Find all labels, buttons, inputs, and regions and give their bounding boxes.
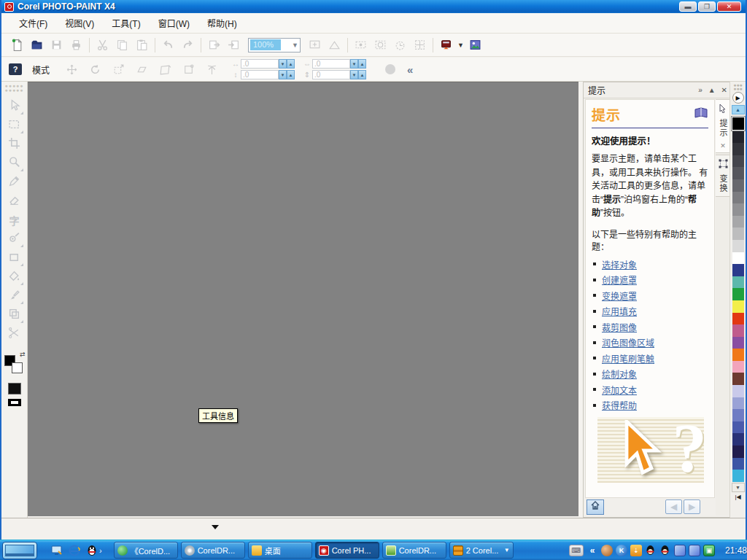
- text-tool[interactable]: 字: [4, 211, 25, 230]
- docker-float-icon[interactable]: »: [698, 86, 703, 94]
- taskbar-button[interactable]: ◉Corel PH...: [315, 542, 379, 559]
- tab-close-icon[interactable]: ✕: [720, 142, 726, 149]
- color-swatch[interactable]: [732, 240, 744, 252]
- zoom-tool[interactable]: [4, 154, 25, 173]
- eraser-tool[interactable]: [4, 192, 25, 211]
- x-spin-down[interactable]: ▼: [279, 59, 287, 69]
- color-swatch[interactable]: [732, 192, 744, 204]
- network-status-2-icon[interactable]: [689, 545, 700, 556]
- show-desktop-icon[interactable]: [50, 544, 63, 556]
- palette-scroll-up[interactable]: ▲: [732, 105, 745, 114]
- tab-hints[interactable]: 提示 ✕: [716, 99, 731, 153]
- new-button[interactable]: [7, 36, 27, 54]
- statusbar-popup-arrow[interactable]: [212, 525, 219, 529]
- hint-topic-link[interactable]: 变换遮罩: [602, 289, 637, 302]
- mask-tool[interactable]: [4, 116, 25, 135]
- palette-flyout-button[interactable]: ▶: [732, 92, 744, 104]
- hint-topic-link[interactable]: 应用笔刷笔触: [602, 352, 654, 365]
- taskbar-button[interactable]: CorelDR...: [382, 542, 446, 559]
- paint-tool[interactable]: [4, 287, 25, 306]
- color-swatch[interactable]: [732, 167, 744, 179]
- mask-border-button[interactable]: [371, 36, 390, 54]
- apply-button[interactable]: [385, 64, 395, 74]
- mask-overlay-button[interactable]: [325, 36, 344, 54]
- touchup-tool[interactable]: [4, 230, 25, 249]
- color-swatch[interactable]: [732, 337, 744, 349]
- effect-tool[interactable]: [4, 306, 25, 324]
- color-swatch[interactable]: [732, 470, 744, 482]
- combo-dropdown-icon[interactable]: ▼: [292, 42, 298, 49]
- kugoo-music-icon[interactable]: K: [616, 545, 627, 556]
- undo-button[interactable]: [158, 36, 178, 54]
- help-book-icon[interactable]: [694, 107, 708, 122]
- downloader-icon[interactable]: ⇣: [630, 545, 642, 556]
- swap-colors-icon[interactable]: ⇄: [20, 351, 26, 358]
- scale-button[interactable]: [107, 61, 130, 78]
- shape-tool[interactable]: [4, 249, 25, 268]
- height-field[interactable]: .0: [312, 70, 350, 79]
- duplicate-button[interactable]: [390, 36, 410, 54]
- color-swatch[interactable]: [732, 155, 744, 168]
- palette-grip[interactable]: ●●●●●●: [733, 83, 743, 90]
- copy-button[interactable]: [112, 36, 132, 54]
- taskbar-clock[interactable]: 21:48: [725, 545, 747, 556]
- menu-view[interactable]: 视图(V): [56, 14, 103, 32]
- paste-button[interactable]: [132, 36, 152, 54]
- hint-topic-link[interactable]: 创建遮罩: [602, 273, 637, 286]
- back-button[interactable]: ◀: [665, 499, 682, 514]
- qq-contact-1-icon[interactable]: [645, 545, 657, 556]
- background-color-swatch[interactable]: [12, 362, 23, 373]
- y-position-field[interactable]: .0: [241, 70, 279, 79]
- pick-tool[interactable]: [4, 97, 25, 116]
- home-button[interactable]: [587, 499, 604, 515]
- color-swatch[interactable]: [732, 324, 744, 337]
- crop-tool[interactable]: [4, 135, 25, 154]
- forward-button[interactable]: ▶: [684, 499, 700, 514]
- w-spin-down[interactable]: ▼: [350, 59, 358, 69]
- hint-topic-link[interactable]: 添加文本: [602, 384, 637, 396]
- fill-color-swatch[interactable]: [8, 383, 21, 394]
- welcome-screen-button[interactable]: [465, 36, 485, 54]
- hint-topic-link[interactable]: 获得帮助: [602, 399, 637, 411]
- color-swatch[interactable]: [732, 143, 744, 155]
- menu-window[interactable]: 窗口(W): [150, 14, 198, 32]
- cutout-tool[interactable]: [4, 324, 25, 343]
- qq-contact-2-icon[interactable]: [659, 545, 671, 556]
- h-spin-up[interactable]: ▲: [358, 70, 366, 79]
- x-position-field[interactable]: .0: [241, 59, 279, 69]
- x-spin-up[interactable]: ▲: [287, 59, 295, 69]
- h-spin-down[interactable]: ▼: [350, 70, 358, 79]
- redo-button[interactable]: [178, 36, 198, 54]
- hint-topic-link[interactable]: 应用填充: [602, 305, 637, 317]
- save-button[interactable]: [47, 36, 66, 54]
- collapse-chevron-icon[interactable]: «: [587, 545, 598, 556]
- color-swatch[interactable]: [732, 179, 744, 192]
- taskbar-button[interactable]: 桌面: [248, 542, 312, 559]
- color-swatch[interactable]: [732, 216, 744, 228]
- anchor-point-button[interactable]: [200, 61, 223, 78]
- color-swatch[interactable]: [732, 458, 744, 470]
- print-button[interactable]: [66, 36, 86, 54]
- rotate-button[interactable]: [83, 61, 107, 78]
- docker-close-icon[interactable]: ✕: [721, 86, 727, 94]
- export-button[interactable]: [224, 36, 244, 54]
- menu-file[interactable]: 文件(F): [10, 14, 56, 32]
- close-button[interactable]: ✕: [717, 1, 741, 12]
- position-button[interactable]: [60, 61, 83, 78]
- network-status-1-icon[interactable]: [674, 545, 686, 556]
- group-dropdown-icon[interactable]: ▼: [504, 547, 510, 553]
- color-swatch[interactable]: [732, 421, 744, 434]
- width-field[interactable]: .0: [312, 59, 350, 69]
- color-swatch[interactable]: [732, 288, 744, 300]
- skew-button[interactable]: [130, 61, 153, 78]
- hint-topic-link[interactable]: 润色图像区域: [602, 336, 654, 349]
- color-swatch[interactable]: [732, 349, 744, 361]
- color-swatch[interactable]: [732, 446, 744, 458]
- keyboard-indicator-icon[interactable]: ⌨: [569, 545, 584, 556]
- hint-topic-link[interactable]: 裁剪图像: [602, 321, 637, 333]
- hint-topic-link[interactable]: 选择对象: [602, 258, 637, 271]
- color-swatch[interactable]: [732, 373, 744, 385]
- qq-messenger-icon[interactable]: [85, 544, 98, 556]
- restore-button[interactable]: ❐: [698, 1, 716, 12]
- color-swatch[interactable]: [732, 228, 744, 240]
